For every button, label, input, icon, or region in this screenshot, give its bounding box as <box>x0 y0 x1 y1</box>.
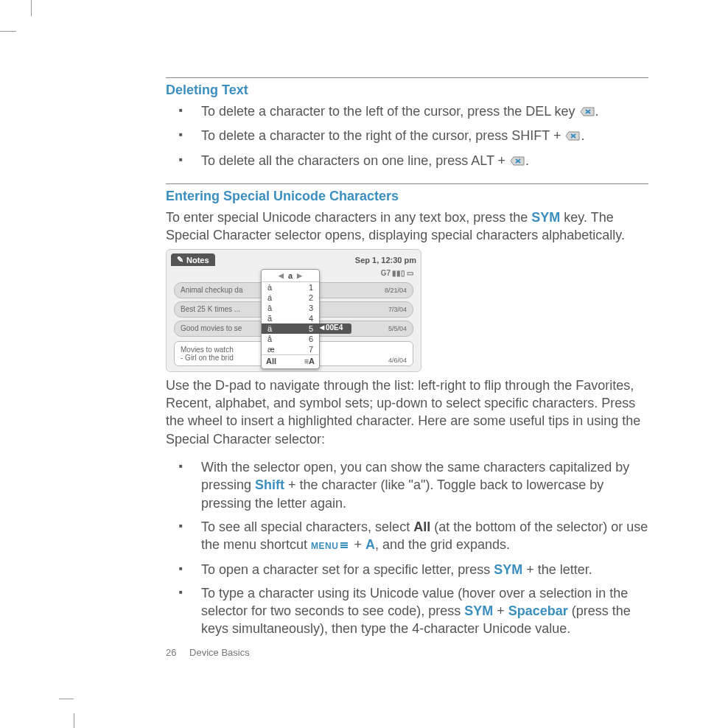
char-selector-popup: ◀ a ▶ à1 á2 â3 ã4 ä5 å6 æ7 All ≡A <box>261 269 320 369</box>
menu-icon <box>340 536 349 554</box>
tips-list: With the selector open, you can show the… <box>166 458 648 638</box>
row-date: 5/5/04 <box>388 325 407 332</box>
page-number: 26 <box>166 647 176 658</box>
popup-row: ã4 <box>262 313 319 323</box>
text: + <box>350 537 365 552</box>
row-label: Best 25 K times ... <box>181 305 240 313</box>
svg-rect-1 <box>340 545 348 546</box>
deleting-list: To delete a character to the left of the… <box>166 102 648 170</box>
text: To delete all the characters on one line… <box>201 153 509 168</box>
popup-row-selected: ä5 <box>262 323 319 334</box>
list-item: To delete all the characters on one line… <box>166 152 648 170</box>
all-bold: All <box>413 519 430 534</box>
sym-key: SYM <box>494 562 522 577</box>
sym-key: SYM <box>464 603 493 618</box>
text: + the letter. <box>522 562 592 577</box>
a-key: A <box>365 537 375 552</box>
row-date: 8/21/04 <box>385 287 407 294</box>
list-item: To delete a character to the right of th… <box>166 127 648 145</box>
popup-row: á2 <box>262 293 319 303</box>
spacebar-key: Spacebar <box>508 603 568 618</box>
popup-row: æ7 <box>262 344 319 354</box>
page-content: Deleting Text To delete a character to t… <box>166 77 648 651</box>
after-image-text: Use the D-pad to navigate through the li… <box>166 377 648 448</box>
intro-text: To enter special Unicode characters in a… <box>166 209 648 245</box>
sym-key: SYM <box>531 210 560 225</box>
delete-key-icon <box>580 103 595 121</box>
list-item: To open a character set for a specific l… <box>166 561 648 578</box>
list-item: To type a character using its Unicode va… <box>166 584 648 638</box>
delete-key-icon <box>510 153 525 170</box>
text: To open a character set for a specific l… <box>201 562 494 577</box>
popup-footer: All ≡A <box>262 354 319 367</box>
list-item: To see all special characters, select Al… <box>166 518 648 555</box>
popup-letter: a <box>288 271 293 280</box>
popup-row: å6 <box>262 334 319 344</box>
footer-section: Device Basics <box>189 647 250 658</box>
text: . <box>595 104 599 119</box>
svg-rect-2 <box>340 547 348 548</box>
divider <box>166 77 648 78</box>
text: To see all special characters, select <box>201 519 413 534</box>
battery-icon: ▭ <box>407 269 413 277</box>
status-date: Sep 1, 12:30 pm <box>355 256 416 265</box>
unicode-code-tooltip: 00E4 <box>320 323 343 333</box>
page-footer: 26 Device Basics <box>166 647 250 658</box>
delete-key-icon <box>565 127 580 145</box>
text: . <box>525 153 529 168</box>
list-item: To delete a character to the left of the… <box>166 102 648 121</box>
list-item: With the selector open, you can show the… <box>166 458 648 512</box>
text: , and the grid expands. <box>375 537 510 552</box>
popup-sort-icon: ≡A <box>304 357 315 365</box>
text: To delete a character to the left of the… <box>201 104 579 119</box>
row-label: Animal checkup da <box>181 286 243 294</box>
shift-key: Shift <box>255 477 284 492</box>
text: To enter special Unicode characters in a… <box>166 210 531 225</box>
notes-tab: ✎ Notes <box>171 253 215 266</box>
row-date: 4/6/04 <box>388 357 407 364</box>
popup-header: ◀ a ▶ <box>262 270 319 282</box>
popup-row: à1 <box>262 282 319 293</box>
section-title-unicode: Entering Special Unicode Characters <box>166 189 648 204</box>
section-title-deleting: Deleting Text <box>166 83 648 98</box>
text: To delete a character to the right of th… <box>201 128 564 143</box>
row-label: Good movies to se <box>181 324 242 332</box>
signal-icon: ▮▮▯ <box>392 269 405 277</box>
row-date: 7/3/04 <box>388 306 407 313</box>
carrier: G7 <box>381 269 391 277</box>
popup-row: â3 <box>262 303 319 313</box>
notes-icon: ✎ <box>177 255 183 265</box>
row-label: Movies to watch - Girl on the brid <box>181 346 234 362</box>
divider <box>166 183 648 184</box>
text: . <box>581 128 584 143</box>
notes-label: Notes <box>186 256 209 265</box>
svg-rect-0 <box>340 542 348 544</box>
device-screenshot: ✎ Notes Sep 1, 12:30 pm G7 ▮▮▯ ▭ Animal … <box>166 249 421 372</box>
menu-key: MENU <box>311 541 338 551</box>
right-arrow-icon: ▶ <box>297 272 302 279</box>
status-signal: G7 ▮▮▯ ▭ <box>381 269 413 277</box>
popup-all: All <box>266 357 276 365</box>
left-arrow-icon: ◀ <box>279 272 284 279</box>
text: + <box>493 603 508 618</box>
